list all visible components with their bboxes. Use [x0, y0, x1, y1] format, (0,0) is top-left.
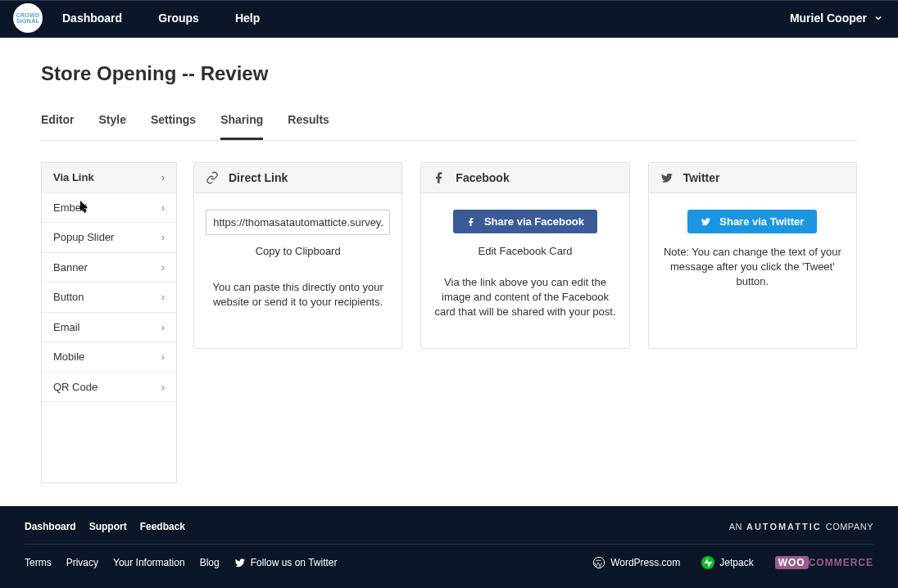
card-facebook: Facebook Share via Facebook Edit Faceboo… — [420, 162, 629, 349]
sidebar-item-email[interactable]: Email › — [42, 313, 176, 343]
chevron-right-icon: › — [161, 291, 165, 303]
facebook-icon — [433, 171, 446, 184]
share-facebook-button[interactable]: Share via Facebook — [453, 210, 597, 233]
sidebar-item-label: Via Link — [53, 171, 94, 183]
footer-brand: AN AUTOMATTIC COMPANY — [729, 522, 873, 531]
twitter-icon — [234, 557, 246, 568]
sidebar-item-label: Button — [53, 291, 84, 303]
chevron-right-icon: › — [161, 321, 165, 333]
sidebar-item-button[interactable]: Button › — [42, 283, 176, 313]
sidebar-item-label: Popup Slider — [53, 231, 114, 243]
nav-dashboard[interactable]: Dashboard — [62, 11, 122, 25]
tab-settings[interactable]: Settings — [151, 113, 196, 140]
card-title: Twitter — [683, 171, 720, 184]
sidebar-item-embed[interactable]: Embed › — [42, 193, 176, 224]
footer-terms[interactable]: Terms — [25, 557, 52, 568]
facebook-hint: Via the link above you can edit the imag… — [433, 275, 617, 320]
page: Store Opening -- Review Editor Style Set… — [0, 38, 898, 570]
tabs: Editor Style Settings Sharing Results — [41, 113, 857, 141]
sidebar-item-label: Embed — [53, 201, 87, 214]
card-twitter: Twitter Share via Twitter Note: You can … — [648, 162, 857, 349]
logo-text: CROWDSIGNAL — [16, 12, 40, 24]
sidebar-item-qrcode[interactable]: QR Code › — [42, 373, 176, 403]
direct-link-input[interactable] — [206, 210, 390, 235]
brand-wordpress[interactable]: WordPress.com — [592, 556, 680, 569]
chevron-right-icon: › — [161, 231, 165, 243]
footer-dashboard[interactable]: Dashboard — [25, 521, 76, 532]
sidebar-item-label: QR Code — [53, 381, 98, 393]
chevron-right-icon: › — [161, 351, 165, 363]
logo[interactable]: CROWDSIGNAL — [15, 5, 41, 31]
sidebar-item-label: Banner — [53, 261, 88, 274]
edit-facebook-card[interactable]: Edit Facebook Card — [478, 245, 573, 257]
card-title: Facebook — [456, 171, 509, 184]
user-name: Muriel Cooper — [790, 11, 867, 25]
chevron-right-icon: › — [161, 381, 165, 393]
twitter-icon — [701, 216, 711, 227]
footer-feedback[interactable]: Feedback — [140, 521, 185, 532]
svg-point-0 — [593, 557, 604, 568]
footer: Dashboard Support Feedback AN AUTOMATTIC… — [0, 506, 898, 588]
nav-groups[interactable]: Groups — [158, 11, 199, 25]
sidebar-item-label: Email — [53, 321, 80, 333]
page-title: Store Opening -- Review — [41, 62, 857, 85]
sidebar-item-vialink[interactable]: Via Link › — [42, 163, 176, 193]
user-menu[interactable]: Muriel Cooper — [790, 11, 883, 25]
wordpress-icon — [592, 556, 605, 569]
sidebar-item-banner[interactable]: Banner › — [42, 253, 176, 283]
tab-editor[interactable]: Editor — [41, 113, 74, 140]
card-direct-link: Direct Link Copy to Clipboard You can pa… — [193, 162, 402, 349]
sharing-sidebar: Via Link › Embed › Popup Slider › Banner… — [41, 162, 177, 483]
twitter-hint: Note: You can change the text of your me… — [660, 245, 845, 290]
chevron-right-icon: › — [161, 261, 165, 274]
direct-link-hint: You can paste this directly onto your we… — [206, 280, 390, 310]
facebook-icon — [466, 217, 476, 227]
button-label: Share via Twitter — [719, 215, 804, 228]
sidebar-item-mobile[interactable]: Mobile › — [42, 342, 176, 373]
tab-style[interactable]: Style — [98, 113, 125, 140]
chevron-right-icon: › — [161, 171, 165, 183]
sidebar-item-popup[interactable]: Popup Slider › — [42, 223, 176, 253]
share-twitter-button[interactable]: Share via Twitter — [687, 210, 817, 233]
footer-blog[interactable]: Blog — [200, 557, 220, 568]
jetpack-icon — [701, 556, 714, 569]
card-title: Direct Link — [229, 171, 288, 184]
tab-sharing[interactable]: Sharing — [220, 113, 263, 140]
brand-jetpack[interactable]: Jetpack — [701, 556, 753, 569]
footer-privacy[interactable]: Privacy — [66, 557, 98, 568]
chevron-right-icon: › — [161, 201, 165, 214]
link-icon — [206, 171, 219, 184]
brand-woocommerce[interactable]: WOOCOMMERCE — [775, 557, 873, 568]
footer-support[interactable]: Support — [89, 521, 127, 532]
copy-to-clipboard[interactable]: Copy to Clipboard — [256, 245, 341, 257]
footer-yourinfo[interactable]: Your Information — [113, 557, 185, 568]
sidebar-item-label: Mobile — [53, 351, 84, 363]
tab-results[interactable]: Results — [288, 113, 329, 140]
footer-follow-twitter[interactable]: Follow us on Twitter — [234, 557, 338, 568]
cards-row: Direct Link Copy to Clipboard You can pa… — [193, 162, 857, 483]
nav-help[interactable]: Help — [235, 11, 260, 25]
chevron-down-icon — [873, 13, 883, 23]
twitter-icon — [660, 171, 674, 184]
button-label: Share via Facebook — [484, 215, 584, 228]
topbar: CROWDSIGNAL Dashboard Groups Help Muriel… — [0, 0, 898, 38]
